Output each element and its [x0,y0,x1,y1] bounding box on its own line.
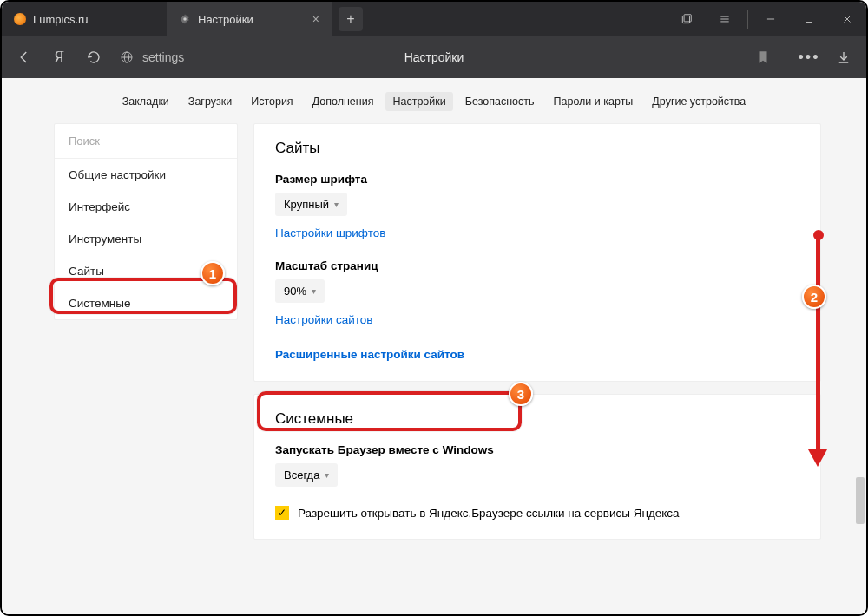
checkbox-checked-icon[interactable]: ✓ [275,506,289,520]
sidebar-item-sites[interactable]: Сайты [55,255,237,287]
topnav-devices[interactable]: Другие устройства [645,92,753,111]
sidebar-search[interactable]: Поиск [55,124,237,159]
close-icon[interactable]: × [312,12,319,26]
separator [786,48,786,67]
gear-icon [179,13,191,25]
topnav-security[interactable]: Безопасность [458,92,542,111]
topnav-bookmarks[interactable]: Закладки [115,92,176,111]
chevron-down-icon: ▾ [325,470,329,480]
panel-system: Системные Запускать Браузер вместе с Win… [253,394,821,540]
sidebar-item-general[interactable]: Общие настройки [55,159,237,191]
bookmark-button[interactable] [747,42,779,73]
content-area: Закладки Загрузки История Дополнения Нас… [2,78,866,614]
tab-label: Настройки [198,13,306,26]
vertical-scrollbar[interactable] [852,78,866,614]
panel-sites: Сайты Размер шрифта Крупный ▾ Настройки … [253,123,821,382]
font-size-select[interactable]: Крупный ▾ [275,193,347,216]
chevron-down-icon: ▾ [312,286,316,296]
topnav-addons[interactable]: Дополнения [306,92,381,111]
menu-icon[interactable] [706,2,744,36]
site-settings-link[interactable]: Настройки сайтов [275,313,372,326]
tab-settings[interactable]: Настройки × [167,2,332,36]
maximize-button[interactable] [790,2,828,36]
topnav-settings[interactable]: Настройки [385,92,452,111]
autostart-label: Запускать Браузер вместе с Windows [275,443,799,456]
yandex-button[interactable]: Я [43,42,75,73]
page-title: Настройки [404,50,464,64]
topnav-history[interactable]: История [244,92,299,111]
advanced-site-settings-link[interactable]: Расширенные настройки сайтов [275,348,464,361]
settings-topnav: Закладки Загрузки История Дополнения Нас… [2,78,866,123]
scroll-thumb[interactable] [856,477,865,524]
chevron-down-icon: ▾ [334,200,339,209]
address-path: settings [142,50,184,64]
tab-label: Lumpics.ru [33,13,155,26]
address-bar: Я settings Настройки ••• [2,36,866,78]
svg-rect-7 [806,16,812,23]
panel-title: Сайты [275,140,799,157]
sidebar-item-system[interactable]: Системные [55,287,237,319]
svg-rect-2 [684,15,691,22]
back-button[interactable] [9,42,40,73]
topnav-downloads[interactable]: Загрузки [181,92,239,111]
sidebar-item-tools[interactable]: Инструменты [55,223,237,255]
main-column: Сайты Размер шрифта Крупный ▾ Настройки … [253,123,821,540]
yandex-links-checkbox-row[interactable]: ✓ Разрешить открывать в Яндекс.Браузере … [275,506,799,520]
panel-title: Системные [275,410,799,428]
sidebar-item-interface[interactable]: Интерфейс [55,191,237,223]
topnav-passwords[interactable]: Пароли и карты [547,92,641,111]
checkbox-label: Разрешить открывать в Яндекс.Браузере сс… [298,507,680,520]
minimize-button[interactable] [752,2,790,36]
zoom-label: Масштаб страниц [275,259,799,272]
globe-icon [120,50,134,64]
new-tab-button[interactable]: + [339,7,363,31]
reload-button[interactable] [78,42,109,73]
separator [747,10,748,29]
zoom-select[interactable]: 90% ▾ [275,279,325,303]
favicon-lumpics [14,13,26,25]
more-button[interactable]: ••• [793,42,825,73]
tab-lumpics[interactable]: Lumpics.ru [2,2,167,36]
autostart-select[interactable]: Всегда ▾ [275,463,338,487]
downloads-button[interactable] [828,42,859,73]
settings-sidebar: Поиск Общие настройки Интерфейс Инструме… [54,123,238,320]
collections-icon[interactable] [667,2,706,36]
close-button[interactable] [828,2,866,36]
svg-rect-1 [682,16,689,23]
window-titlebar: Lumpics.ru Настройки × + [2,2,866,36]
font-size-label: Размер шрифта [275,173,799,186]
font-settings-link[interactable]: Настройки шрифтов [275,226,385,239]
